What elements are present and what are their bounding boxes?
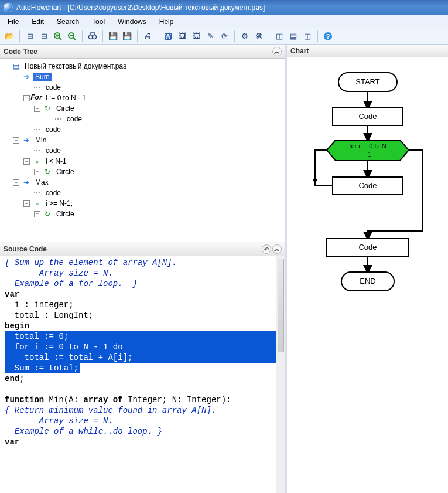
flow-loop-label-1: for i := 0 to N (349, 142, 386, 149)
menu-windows[interactable]: Windows (112, 16, 152, 28)
loop-icon: ↻ (43, 168, 52, 176)
tree-node-circle[interactable]: + ↻ Circle (34, 209, 284, 219)
panel-header-sourcecode: Source Code ↶ ︽ (0, 242, 285, 256)
flowchart-canvas[interactable]: START Code for i := 0 to N - 1 Code (287, 57, 448, 493)
settings-chart-icon[interactable]: ✎ (204, 30, 216, 42)
right-pane: Chart START Code (287, 45, 448, 493)
layout-code-icon[interactable]: ▤ (288, 30, 299, 42)
loop-icon: ↻ (43, 210, 52, 218)
tree-label-code: code (44, 147, 63, 155)
toolbar-separator (137, 30, 138, 42)
tree-node-sum[interactable]: − ➔ Sum (13, 72, 284, 82)
svg-marker-16 (313, 179, 317, 184)
tree-node-circle[interactable]: + ↻ Circle (34, 166, 284, 177)
src-line-highlight: Sum := total; (5, 363, 80, 373)
tree-toggle-icon[interactable]: − (13, 74, 19, 80)
src-line: var (5, 290, 19, 299)
refresh-icon[interactable]: ⟳ (218, 30, 230, 42)
tree-node-code[interactable]: ⋯ code (23, 145, 284, 156)
panel-header-chart: Chart (287, 45, 448, 57)
menu-help[interactable]: Help (154, 16, 179, 28)
tree-toggle-icon[interactable]: − (23, 200, 30, 207)
zoom-in-icon[interactable] (52, 30, 64, 42)
src-line: Integer; N: Integer): (123, 395, 231, 404)
tree-label-code: code (44, 83, 63, 91)
source-code-editor[interactable]: { Sum up the element of array A[N]. Arra… (0, 256, 285, 493)
scrollbar-vertical[interactable] (276, 256, 285, 493)
collapse-icon[interactable]: ⊟ (38, 30, 50, 42)
function-icon: ➔ (22, 136, 31, 144)
print-icon[interactable]: 🖨 (142, 30, 153, 42)
src-line: { Sum up the element of array A[N]. (5, 258, 177, 267)
help-icon[interactable]: ? (322, 30, 334, 42)
flow-end-label: END (360, 277, 375, 285)
tree-toggle-icon[interactable]: − (34, 106, 40, 112)
src-line: end (5, 374, 19, 383)
tree-toggle-icon[interactable]: − (13, 179, 19, 186)
toolbar-separator (102, 30, 103, 42)
src-line: { Return minimum value found in array A[… (5, 406, 216, 415)
zoom-out-icon[interactable] (66, 30, 78, 42)
function-icon: ➔ (22, 73, 31, 81)
save-as-icon[interactable]: 💾 (121, 30, 133, 42)
layout-tree-icon[interactable]: ◫ (273, 30, 285, 42)
menu-file[interactable]: File (2, 16, 24, 28)
tree-toggle-icon[interactable]: + (34, 169, 40, 175)
src-line: i : integer; (5, 300, 74, 310)
toolbar-separator (269, 30, 269, 42)
expand-icon[interactable]: ⊞ (24, 30, 36, 42)
tree-node-code[interactable]: ⋯ code (23, 82, 284, 93)
src-line: Array size = N. (5, 268, 113, 278)
export-svg-icon[interactable]: 🖼 (190, 30, 202, 42)
code-icon: ⋯ (32, 189, 42, 197)
tree-label-circle: Circle (54, 210, 76, 218)
src-line: function (5, 395, 44, 404)
tree-toggle-icon[interactable]: − (23, 158, 30, 165)
tree-node-code[interactable]: ⋯ code (45, 114, 284, 124)
menu-search[interactable]: Search (52, 16, 84, 28)
src-line: Array size = N. (5, 416, 113, 426)
toolbar-separator (19, 30, 20, 42)
tree-node-cond-max[interactable]: − ⬨ i >= N-1; (23, 198, 284, 209)
menu-tool[interactable]: Tool (87, 16, 110, 28)
export-word-icon[interactable]: W (162, 30, 174, 42)
find-icon[interactable] (87, 30, 98, 42)
condition-icon: ⬨ (32, 199, 42, 208)
panel-collapse-icon[interactable]: ︽ (272, 244, 282, 254)
open-icon[interactable]: 📂 (4, 30, 15, 42)
flow-loop-label-2: - 1 (364, 151, 371, 158)
tree-label-cond-min: i < N-1 (44, 157, 69, 165)
toolbar-separator (317, 30, 318, 42)
layout-chart-icon[interactable]: ◫ (302, 30, 313, 42)
code-tree[interactable]: ▤ Новый текстовый документ.pas − ➔ Sum (0, 59, 285, 242)
tree-node-min[interactable]: − ➔ Min (13, 135, 284, 145)
app-icon (4, 3, 13, 12)
tree-label-code: code (44, 125, 63, 134)
scrollbar-thumb[interactable] (278, 259, 284, 352)
panel-title-chart: Chart (290, 47, 309, 55)
tree-node-cond-min[interactable]: − ⬨ i < N-1 (23, 156, 284, 166)
tree-node-max[interactable]: − ➔ Max (13, 177, 284, 188)
src-line: ; (19, 374, 24, 383)
src-line-highlight: total := total + A[i]; (5, 352, 282, 363)
tree-node-code[interactable]: ⋯ code (23, 188, 284, 198)
tree-toggle-icon[interactable]: − (13, 137, 19, 144)
menu-edit[interactable]: Edit (26, 16, 49, 28)
src-line: array of (83, 395, 122, 404)
export-bmp-icon[interactable]: 🖼 (176, 30, 188, 42)
tree-node-code[interactable]: ⋯ code (23, 124, 284, 135)
tool-options-icon[interactable]: 🛠 (253, 30, 265, 42)
tree-label-circle: Circle (54, 104, 76, 113)
tree-toggle-icon[interactable]: + (34, 211, 40, 217)
panel-collapse-icon[interactable]: ︽ (272, 47, 282, 56)
panel-undo-icon[interactable]: ↶ (262, 244, 271, 254)
tree-toggle-icon[interactable]: − (23, 95, 30, 101)
panel-header-codetree: Code Tree ︽ (0, 45, 285, 59)
save-icon[interactable]: 💾 (107, 30, 119, 42)
tree-node-circle[interactable]: − ↻ Circle (34, 103, 284, 114)
tool-config-icon[interactable]: ⚙ (239, 30, 251, 42)
tree-node-for[interactable]: − For i := 0 to N - 1 (23, 93, 284, 103)
toolbar-separator (158, 30, 158, 42)
tree-root[interactable]: ▤ Новый текстовый документ.pas (2, 61, 284, 72)
main-area: Code Tree ︽ ▤ Новый текстовый документ.p… (0, 45, 448, 493)
